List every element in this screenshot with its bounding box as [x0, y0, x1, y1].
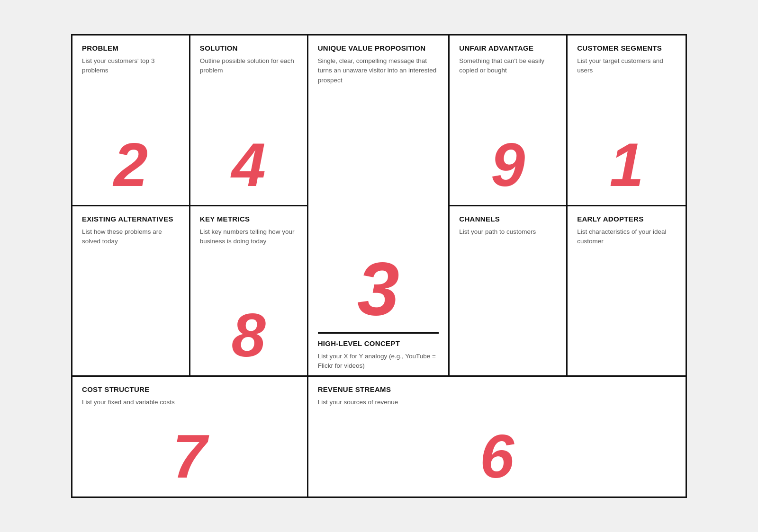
- problem-desc: List your customers' top 3 problems: [82, 56, 180, 134]
- highlevel-desc: List your X for Y analogy (e.g., YouTube…: [318, 352, 439, 371]
- revenue-number: 6: [318, 426, 676, 492]
- uvp-cell: UNIQUE VALUE PROPOSITION Single, clear, …: [308, 35, 450, 377]
- unfair-cell: UNFAIR ADVANTAGE Something that can't be…: [450, 35, 568, 206]
- solution-cell: SOLUTION Outline possible solution for e…: [190, 35, 308, 206]
- existing-cell: EXISTING ALTERNATIVES List how these pro…: [72, 206, 190, 377]
- uvp-title: UNIQUE VALUE PROPOSITION: [318, 44, 439, 53]
- earlyadopters-title: EARLY ADOPTERS: [577, 215, 676, 223]
- existing-title: EXISTING ALTERNATIVES: [82, 215, 180, 223]
- customer-desc: List your target customers and users: [577, 56, 676, 134]
- cost-number: 7: [82, 426, 298, 492]
- problem-cell: PROBLEM List your customers' top 3 probl…: [72, 35, 190, 206]
- solution-title: SOLUTION: [200, 44, 298, 53]
- revenue-title: REVENUE STREAMS: [318, 385, 676, 394]
- channels-desc: List your path to customers: [459, 227, 557, 371]
- channels-title: CHANNELS: [459, 215, 557, 223]
- highlevel-sub-section: HIGH-LEVEL CONCEPT List your X for Y ana…: [318, 332, 439, 371]
- customer-title: CUSTOMER SEGMENTS: [577, 44, 676, 53]
- unfair-number: 9: [459, 134, 557, 200]
- cost-title: COST STRUCTURE: [82, 385, 298, 394]
- problem-title: PROBLEM: [82, 44, 180, 53]
- solution-number: 4: [200, 134, 298, 200]
- revenue-cell: REVENUE STREAMS List your sources of rev…: [308, 377, 686, 497]
- keymetrics-desc: List key numbers telling how your busine…: [200, 227, 298, 305]
- customer-number: 1: [577, 134, 676, 200]
- keymetrics-number: 8: [200, 304, 298, 371]
- unfair-desc: Something that can't be easily copied or…: [459, 56, 557, 134]
- earlyadopters-desc: List characteristics of your ideal custo…: [577, 227, 676, 371]
- problem-number: 2: [82, 134, 180, 200]
- lean-canvas: PROBLEM List your customers' top 3 probl…: [71, 34, 687, 498]
- unfair-title: UNFAIR ADVANTAGE: [459, 44, 557, 53]
- channels-cell: CHANNELS List your path to customers: [450, 206, 568, 377]
- keymetrics-cell: KEY METRICS List key numbers telling how…: [190, 206, 308, 377]
- cost-cell: COST STRUCTURE List your fixed and varia…: [72, 377, 308, 497]
- uvp-desc: Single, clear, compelling message that t…: [318, 56, 439, 255]
- keymetrics-title: KEY METRICS: [200, 215, 298, 223]
- existing-desc: List how these problems are solved today: [82, 227, 180, 371]
- uvp-number: 3: [318, 255, 439, 328]
- highlevel-title: HIGH-LEVEL CONCEPT: [318, 339, 439, 348]
- solution-desc: Outline possible solution for each probl…: [200, 56, 298, 134]
- customer-cell: CUSTOMER SEGMENTS List your target custo…: [568, 35, 686, 206]
- earlyadopters-cell: EARLY ADOPTERS List characteristics of y…: [568, 206, 686, 377]
